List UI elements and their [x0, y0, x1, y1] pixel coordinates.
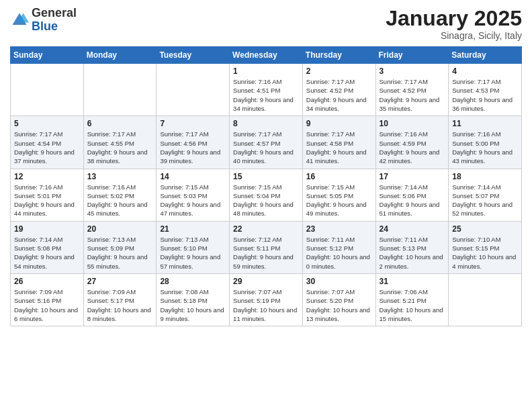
page: General Blue January 2025 Sinagra, Sicil…: [0, 0, 532, 411]
calendar-header: SundayMondayTuesdayWednesdayThursdayFrid…: [11, 47, 522, 64]
day-info: Sunrise: 7:17 AMSunset: 4:57 PMDaylight:…: [233, 130, 299, 165]
day-info: Sunrise: 7:10 AMSunset: 5:15 PMDaylight:…: [452, 235, 518, 271]
calendar-day-cell: 16Sunrise: 7:15 AMSunset: 5:05 PMDayligh…: [302, 169, 375, 221]
day-number: 5: [14, 119, 80, 128]
logo-general: General: [32, 7, 77, 20]
calendar-day-cell: 1Sunrise: 7:16 AMSunset: 4:51 PMDaylight…: [230, 64, 303, 116]
location-subtitle: Sinagra, Sicily, Italy: [386, 30, 522, 41]
weekday-header: Tuesday: [157, 47, 230, 64]
day-number: 22: [233, 224, 299, 234]
calendar-week-row: 1Sunrise: 7:16 AMSunset: 4:51 PMDaylight…: [11, 64, 522, 116]
day-info: Sunrise: 7:17 AMSunset: 4:52 PMDaylight:…: [380, 77, 445, 113]
day-info: Sunrise: 7:14 AMSunset: 5:08 PMDaylight:…: [14, 235, 80, 271]
day-number: 21: [160, 224, 226, 234]
day-info: Sunrise: 7:17 AMSunset: 4:52 PMDaylight:…: [306, 77, 372, 113]
calendar-day-cell: 23Sunrise: 7:11 AMSunset: 5:12 PMDayligh…: [302, 221, 375, 273]
logo-blue: Blue: [32, 20, 77, 34]
calendar-day-cell: 17Sunrise: 7:14 AMSunset: 5:06 PMDayligh…: [375, 169, 449, 221]
logo-text: General Blue: [32, 7, 77, 34]
title-block: January 2025 Sinagra, Sicily, Italy: [386, 7, 522, 41]
day-number: 10: [380, 119, 445, 128]
day-info: Sunrise: 7:17 AMSunset: 4:53 PMDaylight:…: [452, 77, 518, 113]
day-number: 24: [380, 224, 445, 234]
day-number: 15: [233, 172, 299, 181]
calendar: SundayMondayTuesdayWednesdayThursdayFrid…: [10, 46, 522, 326]
day-info: Sunrise: 7:17 AMSunset: 4:54 PMDaylight:…: [14, 130, 80, 165]
day-info: Sunrise: 7:13 AMSunset: 5:10 PMDaylight:…: [160, 235, 226, 271]
day-number: 2: [306, 66, 372, 76]
calendar-day-cell: 7Sunrise: 7:17 AMSunset: 4:56 PMDaylight…: [157, 116, 230, 169]
day-number: 27: [87, 277, 153, 286]
calendar-day-cell: 29Sunrise: 7:07 AMSunset: 5:19 PMDayligh…: [230, 273, 303, 326]
weekday-header: Friday: [375, 47, 449, 64]
month-title: January 2025: [386, 7, 522, 30]
calendar-day-cell: 12Sunrise: 7:16 AMSunset: 5:01 PMDayligh…: [11, 169, 84, 221]
day-number: 11: [452, 119, 518, 128]
day-info: Sunrise: 7:07 AMSunset: 5:19 PMDaylight:…: [233, 287, 299, 323]
calendar-day-cell: 28Sunrise: 7:08 AMSunset: 5:18 PMDayligh…: [157, 273, 230, 326]
day-info: Sunrise: 7:07 AMSunset: 5:20 PMDaylight:…: [306, 287, 372, 323]
day-number: 1: [233, 66, 299, 76]
calendar-day-cell: 6Sunrise: 7:17 AMSunset: 4:55 PMDaylight…: [83, 116, 157, 169]
day-info: Sunrise: 7:17 AMSunset: 4:55 PMDaylight:…: [87, 130, 153, 165]
calendar-day-cell: 18Sunrise: 7:14 AMSunset: 5:07 PMDayligh…: [449, 169, 522, 221]
calendar-day-cell: 3Sunrise: 7:17 AMSunset: 4:52 PMDaylight…: [375, 64, 449, 116]
day-number: 31: [380, 277, 445, 286]
day-number: 28: [160, 277, 226, 286]
day-number: 13: [87, 172, 153, 181]
day-number: 17: [380, 172, 445, 181]
day-info: Sunrise: 7:17 AMSunset: 4:58 PMDaylight:…: [306, 130, 372, 165]
calendar-week-row: 19Sunrise: 7:14 AMSunset: 5:08 PMDayligh…: [11, 221, 522, 273]
day-info: Sunrise: 7:16 AMSunset: 4:59 PMDaylight:…: [380, 130, 445, 165]
day-number: 8: [233, 119, 299, 128]
calendar-day-cell: 4Sunrise: 7:17 AMSunset: 4:53 PMDaylight…: [449, 64, 522, 116]
day-info: Sunrise: 7:11 AMSunset: 5:12 PMDaylight:…: [306, 235, 372, 271]
calendar-day-cell: [11, 64, 84, 116]
day-info: Sunrise: 7:06 AMSunset: 5:21 PMDaylight:…: [380, 287, 445, 323]
day-number: 16: [306, 172, 372, 181]
calendar-day-cell: 21Sunrise: 7:13 AMSunset: 5:10 PMDayligh…: [157, 221, 230, 273]
weekday-header: Saturday: [449, 47, 522, 64]
calendar-day-cell: 10Sunrise: 7:16 AMSunset: 4:59 PMDayligh…: [375, 116, 449, 169]
day-info: Sunrise: 7:11 AMSunset: 5:13 PMDaylight:…: [380, 235, 445, 271]
day-number: 4: [452, 66, 518, 76]
calendar-day-cell: 24Sunrise: 7:11 AMSunset: 5:13 PMDayligh…: [375, 221, 449, 273]
day-info: Sunrise: 7:16 AMSunset: 4:51 PMDaylight:…: [233, 77, 299, 113]
day-number: 3: [380, 66, 445, 76]
calendar-day-cell: [157, 64, 230, 116]
calendar-day-cell: 15Sunrise: 7:15 AMSunset: 5:04 PMDayligh…: [230, 169, 303, 221]
weekday-header: Monday: [83, 47, 157, 64]
day-info: Sunrise: 7:13 AMSunset: 5:09 PMDaylight:…: [87, 235, 153, 271]
day-number: 20: [87, 224, 153, 234]
calendar-day-cell: 30Sunrise: 7:07 AMSunset: 5:20 PMDayligh…: [302, 273, 375, 326]
day-number: 14: [160, 172, 226, 181]
day-number: 6: [87, 119, 153, 128]
day-number: 23: [306, 224, 372, 234]
header: General Blue January 2025 Sinagra, Sicil…: [10, 7, 522, 41]
day-number: 26: [14, 277, 80, 286]
calendar-day-cell: 13Sunrise: 7:16 AMSunset: 5:02 PMDayligh…: [83, 169, 157, 221]
day-info: Sunrise: 7:16 AMSunset: 5:02 PMDaylight:…: [87, 183, 153, 218]
day-info: Sunrise: 7:16 AMSunset: 5:00 PMDaylight:…: [452, 130, 518, 165]
day-info: Sunrise: 7:17 AMSunset: 4:56 PMDaylight:…: [160, 130, 226, 165]
day-info: Sunrise: 7:14 AMSunset: 5:07 PMDaylight:…: [452, 183, 518, 218]
calendar-body: 1Sunrise: 7:16 AMSunset: 4:51 PMDaylight…: [11, 64, 522, 326]
day-number: 12: [14, 172, 80, 181]
calendar-week-row: 5Sunrise: 7:17 AMSunset: 4:54 PMDaylight…: [11, 116, 522, 169]
calendar-week-row: 26Sunrise: 7:09 AMSunset: 5:16 PMDayligh…: [11, 273, 522, 326]
day-info: Sunrise: 7:16 AMSunset: 5:01 PMDaylight:…: [14, 183, 80, 218]
calendar-day-cell: [83, 64, 157, 116]
calendar-day-cell: 25Sunrise: 7:10 AMSunset: 5:15 PMDayligh…: [449, 221, 522, 273]
calendar-day-cell: 27Sunrise: 7:09 AMSunset: 5:17 PMDayligh…: [83, 273, 157, 326]
calendar-day-cell: 26Sunrise: 7:09 AMSunset: 5:16 PMDayligh…: [11, 273, 84, 326]
day-info: Sunrise: 7:08 AMSunset: 5:18 PMDaylight:…: [160, 287, 226, 323]
day-info: Sunrise: 7:15 AMSunset: 5:04 PMDaylight:…: [233, 183, 299, 218]
day-number: 7: [160, 119, 226, 128]
calendar-day-cell: 31Sunrise: 7:06 AMSunset: 5:21 PMDayligh…: [375, 273, 449, 326]
day-info: Sunrise: 7:15 AMSunset: 5:03 PMDaylight:…: [160, 183, 226, 218]
calendar-day-cell: 14Sunrise: 7:15 AMSunset: 5:03 PMDayligh…: [157, 169, 230, 221]
day-number: 30: [306, 277, 372, 286]
day-info: Sunrise: 7:12 AMSunset: 5:11 PMDaylight:…: [233, 235, 299, 271]
day-info: Sunrise: 7:14 AMSunset: 5:06 PMDaylight:…: [380, 183, 445, 218]
day-number: 25: [452, 224, 518, 234]
